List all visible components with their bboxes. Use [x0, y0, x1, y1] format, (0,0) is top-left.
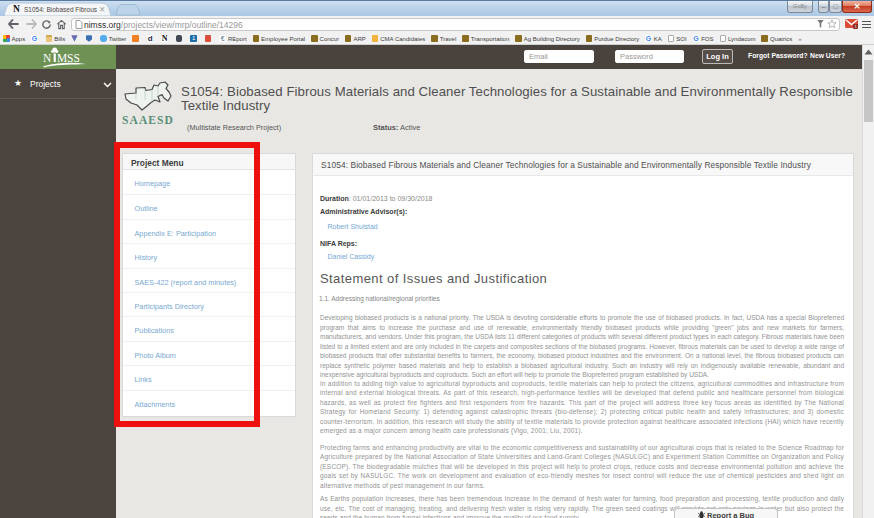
svg-text:MSS: MSS: [57, 52, 80, 64]
svg-text:SAAESD: SAAESD: [122, 114, 174, 126]
svg-text:N: N: [43, 52, 52, 64]
